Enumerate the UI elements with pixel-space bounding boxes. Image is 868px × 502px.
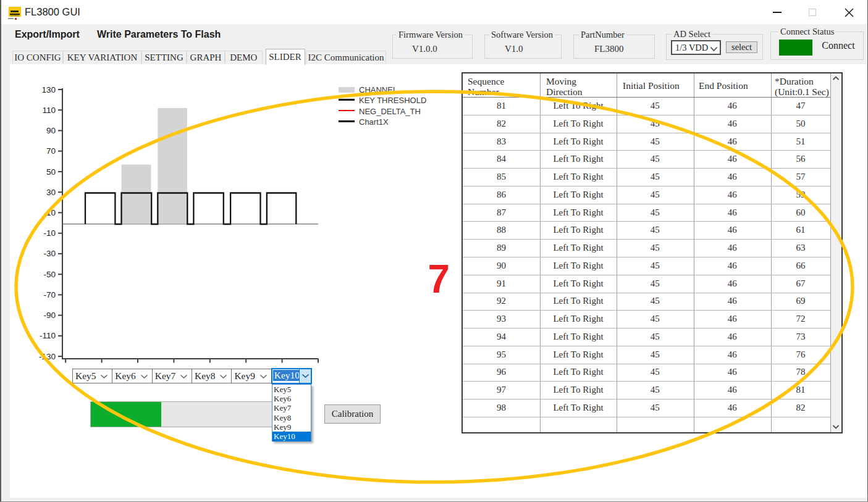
svg-text:-130: -130 (39, 352, 56, 361)
svg-text:-50: -50 (43, 270, 56, 279)
svg-text:130: 130 (41, 85, 56, 94)
svg-text:10: 10 (46, 208, 56, 217)
svg-text:50: 50 (46, 167, 56, 177)
svg-text:70: 70 (46, 146, 56, 156)
svg-text:-10: -10 (43, 228, 56, 238)
svg-text:-90: -90 (43, 311, 56, 320)
svg-text:110: 110 (42, 106, 56, 115)
svg-text:-70: -70 (43, 290, 56, 299)
svg-text:90: 90 (46, 126, 56, 135)
svg-text:-30: -30 (43, 249, 56, 258)
svg-text:-110: -110 (40, 331, 56, 340)
svg-text:30: 30 (46, 188, 56, 197)
